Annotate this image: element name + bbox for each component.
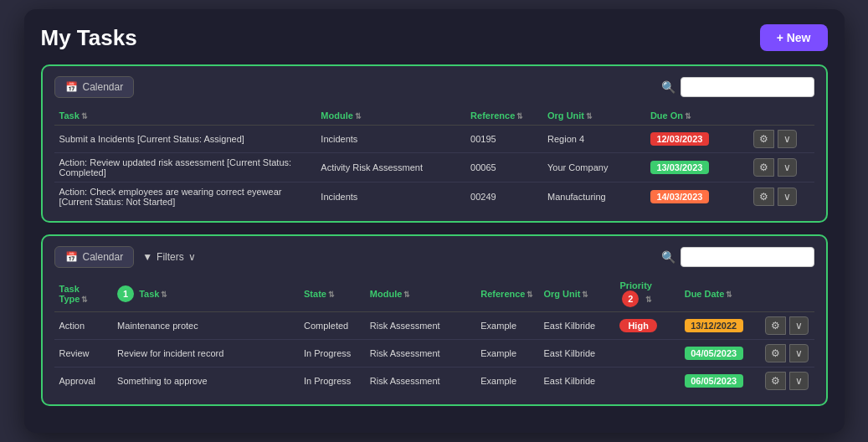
chevron-button[interactable]: ∨ <box>789 344 809 362</box>
reference2-cell: Example <box>475 367 538 395</box>
reference2-cell: Example <box>475 340 538 367</box>
search-box-1: 🔍 <box>661 77 814 97</box>
search-input-2[interactable] <box>681 247 814 267</box>
action-cell: ⚙ ∨ <box>748 182 814 212</box>
table-row: Action: Review updated risk assessment [… <box>54 153 814 182</box>
reference-cell: 00195 <box>465 126 542 153</box>
action2-cell: ⚙ ∨ <box>760 312 814 340</box>
dueon-cell: 13/03/2023 <box>645 153 748 182</box>
priority-cell <box>614 340 679 367</box>
col-orgunit2-header: Org Unit⇅ <box>538 276 614 312</box>
gear-button[interactable]: ⚙ <box>765 372 786 390</box>
tasktype-cell: Action <box>54 312 113 340</box>
task-cell: Action: Review updated risk assessment [… <box>54 153 316 182</box>
module-cell: Incidents <box>316 182 465 212</box>
module2-cell: Risk Assessment <box>365 367 475 395</box>
state-cell: In Progress <box>299 367 365 395</box>
orgunit-cell: Region 4 <box>542 126 645 153</box>
orgunit2-cell: East Kilbride <box>538 340 614 367</box>
calendar-button-2[interactable]: 📅 Calendar <box>54 246 135 268</box>
col-action2-header <box>760 276 814 312</box>
col-reference2-header: Reference⇅ <box>475 276 538 312</box>
main-card: My Tasks + New 📅 Calendar 🔍 Task⇅ Module… <box>24 9 845 433</box>
toolbar-left-2: 📅 Calendar ▼ Filters ∨ <box>54 246 196 268</box>
chevron-button[interactable]: ∨ <box>789 372 809 390</box>
duedate-cell: 04/05/2023 <box>680 340 761 367</box>
table-row: Approval Something to approve In Progres… <box>54 367 814 395</box>
calendar-icon-2: 📅 <box>65 251 78 263</box>
module-cell: Activity Risk Assessment <box>316 153 465 182</box>
orgunit-cell: Manufacturing <box>542 182 645 212</box>
table-row: Action Maintenance protec Completed Risk… <box>54 312 814 340</box>
col-module2-header: Module⇅ <box>365 276 475 312</box>
action-cell: ⚙ ∨ <box>748 153 814 182</box>
action-cell: ⚙ ∨ <box>748 126 814 153</box>
module-cell: Incidents <box>316 126 465 153</box>
chevron-button[interactable]: ∨ <box>778 188 797 206</box>
priority-cell <box>614 367 679 395</box>
col-task-header: Task⇅ <box>54 106 316 126</box>
panel-1: 📅 Calendar 🔍 Task⇅ Module⇅ Reference⇅ Or… <box>41 64 828 223</box>
chevron-button[interactable]: ∨ <box>778 130 797 148</box>
calendar-button-1[interactable]: 📅 Calendar <box>54 76 135 98</box>
duedate-cell: 06/05/2023 <box>680 367 761 395</box>
panel-2-toolbar: 📅 Calendar ▼ Filters ∨ 🔍 <box>54 246 814 268</box>
new-button[interactable]: + New <box>760 24 828 51</box>
col-priority-header: Priority 2 ⇅ <box>614 276 679 312</box>
task-cell: Action: Check employees are wearing corr… <box>54 182 316 212</box>
gear-button[interactable]: ⚙ <box>753 130 774 148</box>
col-module-header: Module⇅ <box>316 106 465 126</box>
orgunit-cell: Your Company <box>542 153 645 182</box>
task2-cell: Maintenance protec <box>112 312 299 340</box>
duedate-cell: 13/12/2022 <box>680 312 761 340</box>
search-icon-1: 🔍 <box>661 80 675 94</box>
search-box-2: 🔍 <box>661 247 814 267</box>
gear-button[interactable]: ⚙ <box>765 344 786 362</box>
gear-button[interactable]: ⚙ <box>753 188 774 206</box>
state-cell: In Progress <box>299 340 365 367</box>
dueon-cell: 14/03/2023 <box>645 182 748 212</box>
col-action-header <box>748 106 814 126</box>
chevron-button[interactable]: ∨ <box>778 158 797 177</box>
table-row: Submit a Incidents [Current Status: Assi… <box>54 126 814 153</box>
annotation-1: 1 <box>117 285 134 302</box>
annotation-2: 2 <box>622 290 639 307</box>
module2-cell: Risk Assessment <box>365 340 475 367</box>
table-2-header-row: Task Type⇅ 1 Task⇅ State⇅ Module⇅ Refere… <box>54 276 814 312</box>
orgunit2-cell: East Kilbride <box>538 367 614 395</box>
action2-cell: ⚙ ∨ <box>760 340 814 367</box>
task-cell: Submit a Incidents [Current Status: Assi… <box>54 126 316 153</box>
chevron-down-icon: ∨ <box>188 251 196 263</box>
gear-button[interactable]: ⚙ <box>753 158 774 177</box>
search-icon-2: 🔍 <box>661 250 675 264</box>
reference-cell: 00249 <box>465 182 542 212</box>
table-row: Action: Check employees are wearing corr… <box>54 182 814 212</box>
calendar-icon-1: 📅 <box>65 81 78 93</box>
reference-cell: 00065 <box>465 153 542 182</box>
task2-cell: Something to approve <box>112 367 299 395</box>
chevron-button[interactable]: ∨ <box>789 316 809 335</box>
panel-2: 📅 Calendar ▼ Filters ∨ 🔍 Task Type⇅ <box>41 234 828 406</box>
col-task2-header: 1 Task⇅ <box>112 276 299 312</box>
state-cell: Completed <box>299 312 365 340</box>
col-orgunit-header: Org Unit⇅ <box>542 106 645 126</box>
priority-cell: High <box>614 312 679 340</box>
col-dueon-header: Due On⇅ <box>645 106 748 126</box>
col-state-header: State⇅ <box>299 276 365 312</box>
filter-icon: ▼ <box>142 251 152 263</box>
reference2-cell: Example <box>475 312 538 340</box>
tasktype-cell: Approval <box>54 367 113 395</box>
col-duedate-header: Due Date⇅ <box>680 276 761 312</box>
table-2: Task Type⇅ 1 Task⇅ State⇅ Module⇅ Refere… <box>54 276 814 394</box>
orgunit2-cell: East Kilbride <box>538 312 614 340</box>
action2-cell: ⚙ ∨ <box>760 367 814 395</box>
header: My Tasks + New <box>41 24 828 51</box>
table-1: Task⇅ Module⇅ Reference⇅ Org Unit⇅ Due O… <box>54 106 814 211</box>
dueon-cell: 12/03/2023 <box>645 126 748 153</box>
search-input-1[interactable] <box>681 77 814 97</box>
gear-button[interactable]: ⚙ <box>765 316 786 335</box>
panel-1-toolbar: 📅 Calendar 🔍 <box>54 76 814 98</box>
col-tasktype-header: Task Type⇅ <box>54 276 113 312</box>
filters-button[interactable]: ▼ Filters ∨ <box>142 251 196 263</box>
table-1-header-row: Task⇅ Module⇅ Reference⇅ Org Unit⇅ Due O… <box>54 106 814 126</box>
